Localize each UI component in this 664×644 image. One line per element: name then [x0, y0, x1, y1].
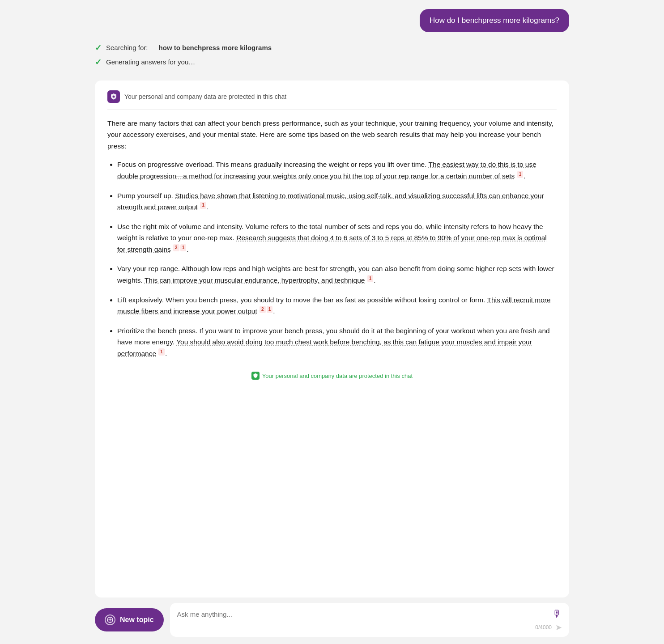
footer-inner: New topic 🎙 0/4000 ➤ [95, 603, 569, 637]
answer-intro: There are many factors that can affect y… [107, 118, 557, 152]
item-text: Pump yourself up. [117, 192, 175, 199]
list-item: Use the right mix of volume and intensit… [117, 221, 557, 255]
footer: New topic 🎙 0/4000 ➤ [86, 597, 578, 644]
ask-input[interactable] [177, 610, 548, 618]
new-topic-label: New topic [120, 616, 154, 624]
citation-badge[interactable]: 1 [200, 202, 206, 209]
citation-badge[interactable]: 1 [267, 306, 273, 313]
input-row: 🎙 [177, 608, 562, 620]
answer-list: Focus on progressive overload. This mean… [107, 159, 557, 359]
cited-link[interactable]: Studies have shown that listening to mot… [117, 192, 544, 211]
cited-link[interactable]: You should also avoid doing too much che… [117, 338, 532, 357]
generating-status: ✓ Generating answers for you… [95, 57, 569, 67]
privacy-notice-bottom: Your personal and company data are prote… [107, 367, 557, 382]
input-area: 🎙 0/4000 ➤ [170, 603, 569, 637]
citation-badge[interactable]: 2 [173, 244, 179, 251]
citation-badge[interactable]: 2 [260, 306, 266, 313]
privacy-notice-text: Your personal and company data are prote… [124, 93, 286, 100]
user-message-row: How do I benchpress more kilograms? [95, 9, 569, 32]
citation-badge[interactable]: 1 [158, 348, 165, 356]
privacy-icon-bottom [251, 372, 260, 380]
check-icon-search: ✓ [95, 43, 102, 53]
privacy-bottom-text: Your personal and company data are prote… [262, 373, 413, 379]
mic-icon[interactable]: 🎙 [552, 608, 562, 620]
generating-label: Generating answers for you… [106, 58, 195, 66]
list-item: Prioritize the bench press. If you want … [117, 325, 557, 360]
citation-badge[interactable]: 1 [180, 244, 187, 251]
check-icon-generate: ✓ [95, 57, 102, 67]
searching-term: how to benchpress more kilograms [159, 44, 272, 51]
answer-card: Your personal and company data are prote… [95, 80, 569, 597]
searching-status: ✓ Searching for: how to benchpress more … [95, 43, 569, 53]
searching-label: Searching for: [106, 44, 148, 51]
char-count: 0/4000 [535, 624, 552, 631]
list-item: Focus on progressive overload. This mean… [117, 159, 557, 182]
cited-link[interactable]: This can improve your muscular endurance… [145, 276, 365, 284]
list-item: Vary your rep range. Although low reps a… [117, 263, 557, 286]
status-area: ✓ Searching for: how to benchpress more … [95, 43, 569, 72]
citation-badge[interactable]: 1 [367, 275, 374, 282]
citation-badge[interactable]: 1 [517, 171, 524, 178]
list-item: Pump yourself up. Studies have shown tha… [117, 190, 557, 213]
user-bubble: How do I benchpress more kilograms? [420, 9, 569, 32]
item-text: Lift explosively. When you bench press, … [117, 296, 487, 304]
svg-point-0 [113, 95, 115, 97]
new-topic-icon [105, 614, 115, 625]
item-text: Focus on progressive overload. This mean… [117, 161, 429, 168]
list-item: Lift explosively. When you bench press, … [117, 294, 557, 317]
new-topic-button[interactable]: New topic [95, 608, 164, 631]
privacy-shield-icon [107, 90, 120, 103]
privacy-notice-top: Your personal and company data are prote… [107, 90, 557, 110]
send-icon[interactable]: ➤ [555, 623, 562, 632]
char-count-row: 0/4000 ➤ [177, 623, 562, 632]
